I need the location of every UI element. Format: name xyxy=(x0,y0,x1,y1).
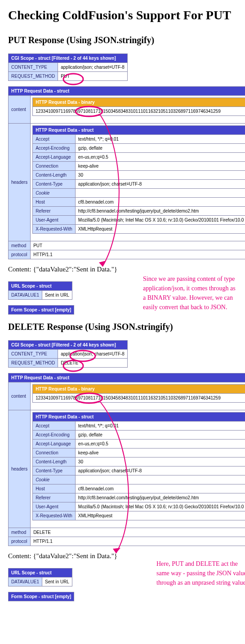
hdr-v: gzip, deflate xyxy=(75,431,245,440)
delete-annotation: Here, PUT and DELETE act the same way - … xyxy=(156,559,245,587)
hdr-k: Connection xyxy=(33,449,76,457)
hdr-k: Accept xyxy=(33,135,76,144)
url-scope-val: Sent in URL xyxy=(42,291,72,300)
hdr-v: XMLHttpRequest xyxy=(75,511,245,520)
hdr-v: en-us,en;q=0.5 xyxy=(75,440,245,449)
hdr-k: Accept-Encoding xyxy=(33,431,76,440)
url-scope-val: Sent in URL xyxy=(42,577,72,586)
hdr-v: 30 xyxy=(75,171,245,180)
delete-form-scope: Form Scope - struct [empty] xyxy=(8,592,74,601)
hdr-v: http://cf8.bennadel.com/testing/jquery/p… xyxy=(75,493,245,502)
url-scope-header: URL Scope - struct xyxy=(9,568,72,577)
hdr-v: application/json; charset=UTF-8 xyxy=(75,466,245,475)
url-scope-header: URL Scope - struct xyxy=(9,282,72,291)
form-scope-header: Form Scope - struct [empty] xyxy=(9,592,74,601)
hdr-k: X-Requested-With xyxy=(33,511,76,520)
row-val-content: HTTP Request Data - binary 1233410097116… xyxy=(31,96,245,124)
cgi-val: application/json; charset=UTF-8 xyxy=(58,63,127,72)
put-request-table: HTTP Request Data - struct content HTTP … xyxy=(8,86,245,259)
cgi-val: PUT xyxy=(58,72,127,81)
row-key-method: method xyxy=(9,528,31,537)
row-val-headers: HTTP Request Data - struct Accepttext/ht… xyxy=(31,124,245,241)
cgi-val: application/json; charset=UTF-8 xyxy=(58,350,127,359)
row-key-headers: headers xyxy=(9,124,31,241)
hdr-v: Mozilla/5.0 (Macintosh; Intel Mac OS X 1… xyxy=(75,502,245,511)
put-form-scope: Form Scope - struct [empty] xyxy=(8,305,74,315)
cgi-val: DELETE xyxy=(58,359,127,368)
hdr-k: Accept-Language xyxy=(33,440,76,449)
hdr-k: User-Agent xyxy=(33,502,76,511)
delete-url-scope: URL Scope - struct DATAVALUE1 Sent in UR… xyxy=(8,568,72,586)
cgi-key: CONTENT_TYPE xyxy=(9,63,58,72)
delete-cgi-header: CGI Scope - struct [Filtered - 2 of 44 k… xyxy=(9,341,128,350)
hdr-v: keep-alive xyxy=(75,449,245,457)
hdr-v: Mozilla/5.0 (Macintosh; Intel Mac OS X 1… xyxy=(75,216,245,225)
hdr-k: X-Requested-With xyxy=(33,225,76,234)
cgi-key: REQUEST_METHOD xyxy=(9,359,58,368)
put-content-line: Content: {"dataValue2":"Sent in Data."} xyxy=(8,266,237,273)
delete-request-header: HTTP Request Data - struct xyxy=(9,373,245,382)
row-val-protocol: HTTP/1.1 xyxy=(31,537,245,546)
binary-val: 1233410097116978697108117101503458348310… xyxy=(33,394,245,403)
put-request-header: HTTP Request Data - struct xyxy=(9,87,245,96)
cgi-key: REQUEST_METHOD xyxy=(9,72,58,81)
hdr-v: cf8.bennadel.com xyxy=(75,484,245,493)
hdr-k: Referer xyxy=(33,493,76,502)
form-scope-header: Form Scope - struct [empty] xyxy=(9,306,74,315)
hdr-v: gzip, deflate xyxy=(75,144,245,153)
row-key-content: content xyxy=(9,382,31,410)
binary-val: 1233410097116978697108117101503458348310… xyxy=(33,107,245,116)
hdr-k: Referer xyxy=(33,207,76,216)
row-val-protocol: HTTP/1.1 xyxy=(31,250,245,259)
delete-cgi-table: CGI Scope - struct [Filtered - 2 of 44 k… xyxy=(8,340,128,368)
hdr-k: Content-Length xyxy=(33,457,76,466)
hdr-k: User-Agent xyxy=(33,216,76,225)
url-scope-key: DATAVALUE1 xyxy=(9,291,42,300)
headers-subheader: HTTP Request Data - struct xyxy=(33,126,245,135)
hdr-v: http://cf8.bennadel.com/testing/jquery/p… xyxy=(75,207,245,216)
hdr-k: Content-Type xyxy=(33,180,76,189)
put-cgi-header: CGI Scope - struct [Filtered - 2 of 44 k… xyxy=(9,54,128,63)
binary-header: HTTP Request Data - binary xyxy=(33,98,245,107)
row-key-method: method xyxy=(9,241,31,250)
put-annotation: Since we are passing content of type app… xyxy=(143,274,237,312)
hdr-k: Accept-Encoding xyxy=(33,144,76,153)
hdr-k: Cookie xyxy=(33,475,76,484)
row-val-content: HTTP Request Data - binary 1233410097116… xyxy=(31,382,245,410)
put-heading: PUT Response (Using JSON.stringify) xyxy=(8,35,237,45)
cgi-key: CONTENT_TYPE xyxy=(9,350,58,359)
delete-section: DELETE Response (Using JSON.stringify) C… xyxy=(8,322,237,601)
row-val-method: PUT xyxy=(31,241,245,250)
hdr-v: application/json; charset=UTF-8 xyxy=(75,180,245,189)
hdr-v xyxy=(75,475,245,484)
hdr-k: Accept-Language xyxy=(33,153,76,162)
hdr-k: Content-Length xyxy=(33,171,76,180)
hdr-k: Content-Type xyxy=(33,466,76,475)
hdr-v: keep-alive xyxy=(75,162,245,171)
row-key-protocol: protocol xyxy=(9,537,31,546)
delete-heading: DELETE Response (Using JSON.stringify) xyxy=(8,322,237,332)
headers-subheader: HTTP Request Data - struct xyxy=(33,413,245,422)
hdr-k: Host xyxy=(33,484,76,493)
hdr-v xyxy=(75,189,245,198)
hdr-v: text/html, */*; q=0.01 xyxy=(75,422,245,431)
hdr-k: Cookie xyxy=(33,189,76,198)
hdr-k: Accept xyxy=(33,422,76,431)
binary-header: HTTP Request Data - binary xyxy=(33,385,245,394)
row-key-content: content xyxy=(9,96,31,124)
page-title: Checking ColdFusion's Support For PUT xyxy=(8,8,237,22)
delete-request-table: HTTP Request Data - struct content HTTP … xyxy=(8,373,245,546)
hdr-v: text/html, */*; q=0.01 xyxy=(75,135,245,144)
url-scope-key: DATAVALUE1 xyxy=(9,577,42,586)
hdr-v: 30 xyxy=(75,457,245,466)
hdr-v: en-us,en;q=0.5 xyxy=(75,153,245,162)
put-url-scope: URL Scope - struct DATAVALUE1 Sent in UR… xyxy=(8,281,72,300)
row-key-protocol: protocol xyxy=(9,250,31,259)
hdr-k: Connection xyxy=(33,162,76,171)
hdr-k: Host xyxy=(33,198,76,207)
row-val-method: DELETE xyxy=(31,528,245,537)
row-key-headers: headers xyxy=(9,410,31,528)
row-val-headers: HTTP Request Data - struct Accepttext/ht… xyxy=(31,410,245,528)
hdr-v: cf8.bennadel.com xyxy=(75,198,245,207)
put-section: PUT Response (Using JSON.stringify) CGI … xyxy=(8,35,237,315)
